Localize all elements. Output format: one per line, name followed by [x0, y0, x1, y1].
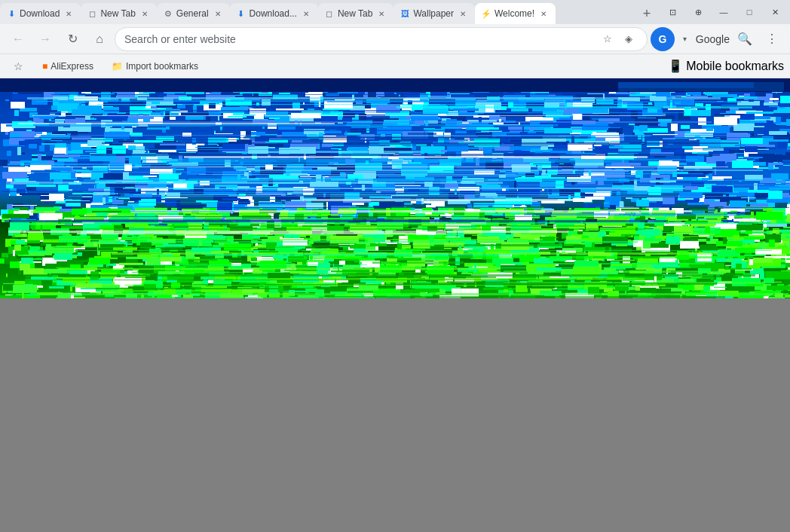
- import-label: Import bookmarks: [126, 61, 198, 72]
- tab-general-favicon: ⚙: [163, 8, 173, 19]
- profile-dropdown-button[interactable]: ▾: [678, 27, 693, 51]
- aliexpress-favicon: ■: [42, 61, 47, 72]
- reload-icon: ↻: [68, 32, 78, 46]
- aliexpress-label: AliExpress: [51, 61, 93, 72]
- tab-newtab2-favicon: ◻: [324, 8, 335, 19]
- forward-button[interactable]: →: [33, 27, 57, 51]
- chevron-down-icon: ▾: [683, 35, 687, 43]
- home-button[interactable]: ⌂: [87, 27, 112, 51]
- tab-download2-favicon: ⬇: [236, 8, 246, 19]
- omnibox[interactable]: Search or enter website ☆ ◈: [115, 27, 648, 51]
- bookmark-import[interactable]: 📁 Import bookmarks: [106, 58, 204, 75]
- omnibox-icons: ☆ ◈: [599, 30, 638, 48]
- minimize-button[interactable]: —: [712, 0, 736, 24]
- tab-newtab1-close[interactable]: ✕: [139, 8, 151, 20]
- omnibox-text: Search or enter website: [124, 33, 592, 45]
- shield-button[interactable]: ◈: [620, 30, 638, 48]
- gray-area: [0, 298, 790, 532]
- tab-download1[interactable]: ⬇Download✕: [0, 3, 81, 24]
- window-controls: ⊡ ⊕ — □ ✕: [657, 0, 790, 24]
- tab-general[interactable]: ⚙General✕: [157, 3, 230, 24]
- close-button[interactable]: ✕: [763, 0, 787, 24]
- tab-wallpaper-label: Wallpaper: [413, 8, 454, 19]
- maximize-button[interactable]: □: [737, 0, 761, 24]
- toolbar: ← → ↻ ⌂ Search or enter website ☆ ◈ G ▾ …: [0, 24, 790, 54]
- profile-button[interactable]: G: [651, 27, 675, 51]
- home-icon: ⌂: [96, 32, 103, 46]
- glitch-wallpaper: [0, 78, 790, 298]
- bookmarks-bar: ☆ ■ AliExpress 📁 Import bookmarks 📱 Mobi…: [0, 54, 790, 78]
- tab-newtab1-label: New Tab: [100, 8, 135, 19]
- tab-general-close[interactable]: ✕: [212, 8, 224, 20]
- title-bar: ⬇Download✕◻New Tab✕⚙General✕⬇Download...…: [0, 0, 790, 24]
- menu-button[interactable]: ⋮: [760, 27, 784, 51]
- tab-newtab1[interactable]: ◻New Tab✕: [81, 3, 156, 24]
- mobile-icon: 📱: [668, 59, 683, 73]
- tab-welcome-label: Welcome!: [495, 8, 534, 19]
- star-button[interactable]: ☆: [599, 30, 617, 48]
- tab-welcome-close[interactable]: ✕: [537, 8, 550, 20]
- tab-newtab2-close[interactable]: ✕: [375, 8, 387, 20]
- reload-button[interactable]: ↻: [60, 27, 84, 51]
- three-dot-menu-icon: ⋮: [766, 32, 778, 46]
- tab-newtab1-favicon: ◻: [87, 8, 97, 19]
- bookmark-star-button[interactable]: ☆: [6, 54, 30, 78]
- new-tab-button[interactable]: +: [636, 3, 657, 24]
- search-icon: 🔍: [737, 32, 752, 46]
- profile-initial: G: [658, 33, 666, 45]
- search-button[interactable]: 🔍: [733, 27, 757, 51]
- tab-wallpaper-favicon: 🖼: [400, 8, 410, 19]
- tab-wallpaper[interactable]: 🖼Wallpaper✕: [393, 3, 475, 24]
- import-favicon: 📁: [112, 61, 123, 72]
- tab-wallpaper-close[interactable]: ✕: [457, 8, 469, 20]
- back-button[interactable]: ←: [6, 27, 30, 51]
- tab-download1-favicon: ⬇: [6, 8, 17, 19]
- tab-download1-close[interactable]: ✕: [63, 8, 75, 20]
- tab-welcome-favicon: ⚡: [481, 8, 491, 19]
- tab-download2-close[interactable]: ✕: [300, 8, 312, 20]
- extension-button[interactable]: ⊕: [686, 0, 710, 24]
- tab-general-label: General: [176, 8, 209, 19]
- account-name: Google: [696, 33, 730, 45]
- back-icon: ←: [12, 32, 24, 46]
- tabs-area: ⬇Download✕◻New Tab✕⚙General✕⬇Download...…: [0, 0, 636, 24]
- mobile-bookmarks[interactable]: 📱 Mobile bookmarks: [668, 59, 784, 73]
- tab-download2-label: Download...: [250, 8, 297, 19]
- tab-download1-label: Download: [20, 8, 60, 19]
- tab-welcome[interactable]: ⚡Welcome!✕: [475, 3, 556, 24]
- mobile-bookmarks-label: Mobile bookmarks: [686, 60, 784, 73]
- bookmark-aliexpress[interactable]: ■ AliExpress: [36, 58, 100, 75]
- tab-download2[interactable]: ⬇Download...✕: [230, 3, 318, 24]
- tab-newtab2-label: New Tab: [338, 8, 372, 19]
- forward-icon: →: [39, 32, 51, 46]
- tab-newtab2[interactable]: ◻New Tab✕: [318, 3, 393, 24]
- browser-content: [0, 78, 790, 532]
- profile-icon-button[interactable]: ⊡: [660, 0, 684, 24]
